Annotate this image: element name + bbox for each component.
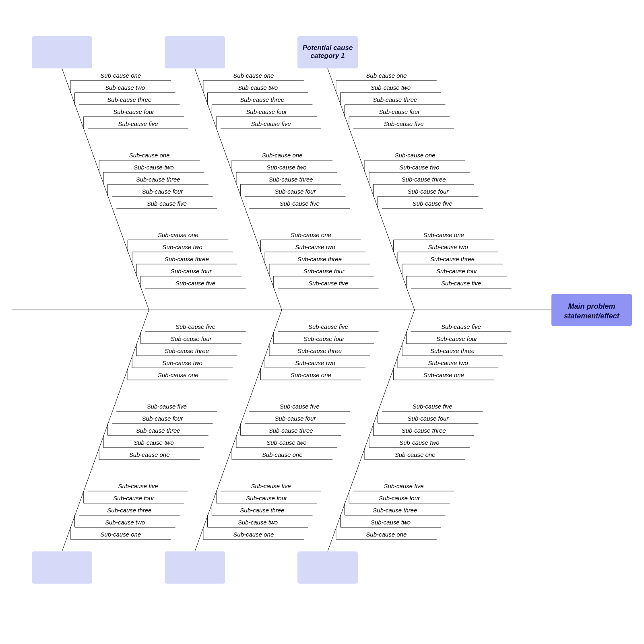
sub-cause-label: Sub-cause four — [142, 415, 184, 422]
sub-cause-label: Sub-cause five — [147, 200, 187, 207]
sub-cause-label: Sub-cause three — [430, 256, 475, 262]
sub-cause-label: Sub-cause three — [297, 347, 342, 354]
sub-cause-label: Sub-cause two — [134, 164, 173, 171]
sub-cause-label: Sub-cause four — [303, 335, 345, 342]
sub-cause-label: Sub-cause three — [402, 176, 446, 183]
sub-cause-label: Sub-cause one — [395, 451, 436, 458]
sub-cause-label: Sub-cause five — [384, 483, 423, 489]
sub-cause-label: Sub-cause five — [175, 323, 215, 330]
sub-cause-label: Sub-cause two — [163, 359, 202, 366]
sub-cause-label: Sub-cause five — [308, 323, 348, 330]
sub-cause-label: Sub-cause three — [373, 96, 417, 103]
category-box[interactable] — [32, 36, 92, 68]
sub-cause-label: Sub-cause four — [171, 335, 212, 342]
sub-cause-label: Sub-cause four — [379, 108, 420, 115]
sub-cause-label: Sub-cause one — [291, 231, 331, 238]
sub-cause-label: Sub-cause two — [163, 244, 202, 250]
sub-cause-label: Sub-cause three — [269, 176, 313, 183]
sub-cause-label: Sub-cause five — [441, 323, 481, 330]
sub-cause-label: Sub-cause three — [402, 427, 446, 434]
sub-cause-label: Sub-cause two — [399, 164, 439, 171]
sub-cause-label: Sub-cause three — [373, 507, 417, 514]
sub-cause-label: Sub-cause two — [238, 519, 278, 526]
sub-cause-label: Sub-cause three — [240, 96, 284, 103]
sub-cause-label: Sub-cause five — [413, 403, 452, 410]
sub-cause-label: Sub-cause three — [107, 507, 151, 514]
effect-label-line1: Main problem — [568, 302, 615, 310]
sub-cause-label: Sub-cause three — [136, 176, 180, 183]
sub-cause-label: Sub-cause four — [246, 495, 287, 502]
sub-cause-label: Sub-cause one — [395, 152, 436, 159]
sub-cause-label: Sub-cause five — [118, 120, 158, 127]
sub-cause-label: Sub-cause two — [238, 84, 278, 91]
sub-cause-label: Sub-cause three — [136, 427, 180, 434]
sub-cause-label: Sub-cause one — [100, 531, 141, 538]
sub-cause-label: Sub-cause two — [295, 359, 335, 366]
sub-cause-label: Sub-cause three — [269, 427, 313, 434]
sub-cause-label: Sub-cause two — [428, 359, 468, 366]
sub-cause-label: Sub-cause one — [129, 152, 170, 159]
sub-cause-label: Sub-cause five — [280, 200, 320, 207]
sub-cause-label: Sub-cause five — [251, 120, 291, 127]
category-label: category 1 — [310, 52, 345, 60]
sub-cause-label: Sub-cause four — [113, 108, 155, 115]
sub-cause-label: Sub-cause five — [147, 403, 187, 410]
sub-cause-label: Sub-cause four — [379, 495, 420, 502]
sub-cause-label: Sub-cause four — [142, 188, 184, 195]
sub-cause-label: Sub-cause five — [251, 483, 291, 489]
sub-cause-label: Sub-cause three — [165, 347, 209, 354]
category-box[interactable] — [165, 36, 225, 68]
sub-cause-label: Sub-cause one — [291, 372, 331, 378]
sub-cause-label: Sub-cause three — [240, 507, 284, 514]
category-box[interactable] — [32, 551, 92, 584]
sub-cause-label: Sub-cause two — [266, 164, 306, 171]
sub-cause-label: Sub-cause four — [436, 335, 478, 342]
effect-label-line2: statement/effect — [564, 312, 620, 320]
sub-cause-label: Sub-cause one — [366, 531, 407, 538]
sub-cause-label: Sub-cause three — [107, 96, 151, 103]
sub-cause-label: Sub-cause four — [275, 415, 316, 422]
sub-cause-label: Sub-cause three — [430, 347, 475, 354]
sub-cause-label: Sub-cause one — [233, 531, 274, 538]
sub-cause-label: Sub-cause four — [171, 268, 212, 275]
sub-cause-label: Sub-cause four — [275, 188, 316, 195]
sub-cause-label: Sub-cause two — [266, 439, 306, 446]
sub-cause-label: Sub-cause one — [129, 451, 170, 458]
sub-cause-label: Sub-cause four — [408, 415, 449, 422]
sub-cause-label: Sub-cause five — [118, 483, 158, 489]
sub-cause-label: Sub-cause one — [423, 231, 464, 238]
sub-cause-label: Sub-cause one — [262, 152, 303, 159]
sub-cause-label: Sub-cause three — [165, 256, 209, 262]
category-box[interactable] — [297, 551, 358, 584]
sub-cause-label: Sub-cause four — [408, 188, 449, 195]
sub-cause-label: Sub-cause five — [308, 280, 348, 287]
sub-cause-label: Sub-cause two — [295, 244, 335, 250]
sub-cause-label: Sub-cause one — [158, 231, 198, 238]
sub-cause-label: Sub-cause one — [423, 372, 464, 378]
category-label: Potential cause — [303, 44, 353, 52]
sub-cause-label: Sub-cause five — [175, 280, 215, 287]
sub-cause-label: Sub-cause four — [246, 108, 287, 115]
sub-cause-label: Sub-cause five — [441, 280, 481, 287]
category-box[interactable] — [165, 551, 225, 584]
sub-cause-label: Sub-cause two — [105, 519, 145, 526]
sub-cause-label: Sub-cause two — [134, 439, 173, 446]
sub-cause-label: Sub-cause four — [303, 268, 345, 275]
sub-cause-label: Sub-cause four — [436, 268, 478, 275]
sub-cause-label: Sub-cause one — [233, 72, 274, 79]
sub-cause-label: Sub-cause one — [158, 372, 198, 378]
sub-cause-label: Sub-cause five — [384, 120, 423, 127]
sub-cause-label: Sub-cause five — [413, 200, 452, 207]
sub-cause-label: Sub-cause five — [280, 403, 320, 410]
sub-cause-label: Sub-cause four — [113, 495, 155, 502]
sub-cause-label: Sub-cause two — [105, 84, 145, 91]
sub-cause-label: Sub-cause one — [262, 451, 303, 458]
sub-cause-label: Sub-cause two — [371, 84, 411, 91]
sub-cause-label: Sub-cause three — [297, 256, 342, 262]
sub-cause-label: Sub-cause one — [366, 72, 407, 79]
sub-cause-label: Sub-cause one — [100, 72, 141, 79]
sub-cause-label: Sub-cause two — [371, 519, 411, 526]
sub-cause-label: Sub-cause two — [428, 244, 468, 250]
sub-cause-label: Sub-cause two — [399, 439, 439, 446]
